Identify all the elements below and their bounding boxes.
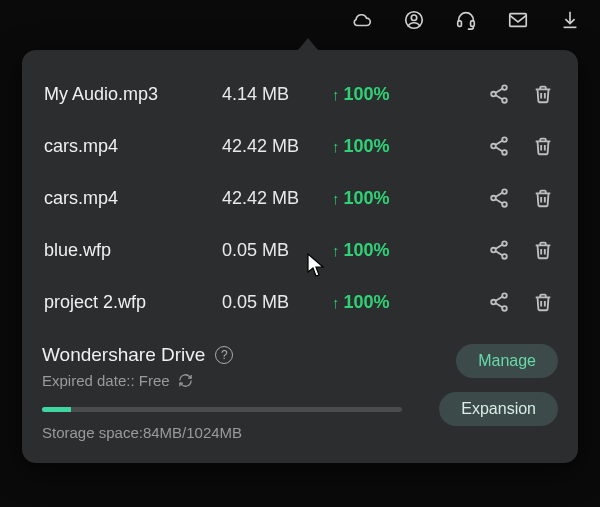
manage-button[interactable]: Manage [456, 344, 558, 378]
expansion-button[interactable]: Expansion [439, 392, 558, 426]
file-name: blue.wfp [44, 240, 222, 261]
trash-icon[interactable] [530, 133, 556, 159]
storage-progress [42, 407, 402, 412]
storage-progress-fill [42, 407, 71, 412]
expired-label: Expired date:: Free [42, 372, 170, 389]
svg-rect-3 [471, 21, 475, 26]
file-name: cars.mp4 [44, 136, 222, 157]
file-status: ↑100% [332, 136, 432, 157]
share-icon[interactable] [486, 81, 512, 107]
file-row: My Audio.mp3 4.14 MB ↑100% [42, 68, 558, 120]
file-status: ↑100% [332, 240, 432, 261]
trash-icon[interactable] [530, 185, 556, 211]
drive-section: Wondershare Drive ? Expired date:: Free … [42, 338, 558, 441]
file-status: ↑100% [332, 292, 432, 313]
file-row: blue.wfp 0.05 MB ↑100% [42, 224, 558, 276]
file-name: cars.mp4 [44, 188, 222, 209]
mail-icon[interactable] [506, 8, 530, 32]
file-row: cars.mp4 42.42 MB ↑100% [42, 120, 558, 172]
svg-point-1 [411, 15, 417, 20]
top-bar [0, 0, 600, 40]
cloud-panel: My Audio.mp3 4.14 MB ↑100% cars.mp4 42.4… [22, 50, 578, 463]
svg-rect-4 [510, 14, 527, 27]
help-icon[interactable]: ? [215, 346, 233, 364]
drive-title: Wondershare Drive [42, 344, 205, 366]
panel-pointer [298, 38, 318, 50]
share-icon[interactable] [486, 133, 512, 159]
trash-icon[interactable] [530, 237, 556, 263]
file-size: 42.42 MB [222, 188, 332, 209]
file-row: cars.mp4 42.42 MB ↑100% [42, 172, 558, 224]
file-size: 42.42 MB [222, 136, 332, 157]
file-name: My Audio.mp3 [44, 84, 222, 105]
upload-arrow-icon: ↑ [332, 138, 340, 155]
upload-arrow-icon: ↑ [332, 294, 340, 311]
refresh-icon[interactable] [178, 373, 193, 388]
download-icon[interactable] [558, 8, 582, 32]
share-icon[interactable] [486, 289, 512, 315]
file-status: ↑100% [332, 84, 432, 105]
profile-icon[interactable] [402, 8, 426, 32]
headset-icon[interactable] [454, 8, 478, 32]
file-size: 0.05 MB [222, 292, 332, 313]
share-icon[interactable] [486, 185, 512, 211]
file-size: 0.05 MB [222, 240, 332, 261]
trash-icon[interactable] [530, 289, 556, 315]
file-list: My Audio.mp3 4.14 MB ↑100% cars.mp4 42.4… [42, 68, 558, 328]
cloud-icon[interactable] [350, 8, 374, 32]
upload-arrow-icon: ↑ [332, 86, 340, 103]
storage-label: Storage space:84MB/1024MB [42, 424, 439, 441]
share-icon[interactable] [486, 237, 512, 263]
svg-rect-2 [458, 21, 462, 26]
upload-arrow-icon: ↑ [332, 190, 340, 207]
file-name: project 2.wfp [44, 292, 222, 313]
file-row: project 2.wfp 0.05 MB ↑100% [42, 276, 558, 328]
trash-icon[interactable] [530, 81, 556, 107]
file-size: 4.14 MB [222, 84, 332, 105]
file-status: ↑100% [332, 188, 432, 209]
upload-arrow-icon: ↑ [332, 242, 340, 259]
